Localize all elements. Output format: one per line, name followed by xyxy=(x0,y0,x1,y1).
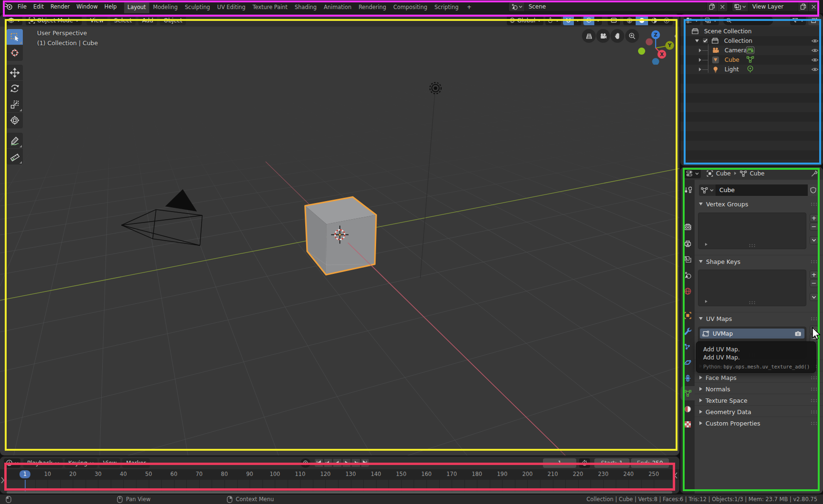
outliner-item-label[interactable]: Scene Collection xyxy=(704,28,752,35)
timeline-channel-area[interactable] xyxy=(0,479,679,494)
jump-to-prev-keyframe-button[interactable] xyxy=(324,458,333,467)
shape-keys-list[interactable] xyxy=(698,270,806,306)
properties-tab-scene[interactable] xyxy=(680,268,695,282)
properties-editor[interactable]: Cube Cube CubeVertex Groups+−Shape Keys+… xyxy=(680,167,823,494)
new-collection-button[interactable] xyxy=(808,16,820,25)
workspace-tab-layout[interactable]: Layout xyxy=(124,1,150,13)
shape-keys-specials-button[interactable] xyxy=(810,293,818,301)
mesh-name-input[interactable]: Cube xyxy=(716,184,808,196)
editor-type-button[interactable] xyxy=(6,16,22,25)
collection-checkbox[interactable] xyxy=(702,38,708,44)
expand-left-icon[interactable] xyxy=(0,475,5,485)
active-render-camera-icon[interactable] xyxy=(794,330,802,337)
outliner-item-collection[interactable]: Collection xyxy=(680,36,823,46)
properties-tab-tool[interactable] xyxy=(680,183,695,197)
timeline-menu-keying[interactable]: Keying xyxy=(65,458,97,468)
3d-viewport[interactable]: Object Mode ViewSelectAddObject Global xyxy=(0,14,679,456)
show-overlays-toggle[interactable] xyxy=(608,16,620,25)
tool-cursor-button[interactable] xyxy=(7,45,23,61)
jump-to-end-button[interactable] xyxy=(361,458,370,467)
workspace-tab-uv-editing[interactable]: UV Editing xyxy=(213,1,249,13)
properties-tab-physics[interactable] xyxy=(680,355,695,369)
section-header-normals[interactable]: Normals xyxy=(697,383,821,395)
properties-tab-particles[interactable] xyxy=(680,339,695,354)
disclosure-triangle-icon[interactable] xyxy=(695,39,699,42)
properties-editor-type-button[interactable] xyxy=(684,169,701,178)
workspace-tab-scripting[interactable]: Scripting xyxy=(431,1,462,13)
view-layer-delete-button[interactable] xyxy=(808,2,819,11)
properties-tab-object[interactable] xyxy=(680,308,695,322)
scene-name[interactable]: Scene xyxy=(525,3,550,10)
tool-select-box-button[interactable] xyxy=(7,29,23,45)
visibility-eye-icon[interactable] xyxy=(811,47,818,53)
transform-orientation-selector[interactable]: Global xyxy=(507,16,543,25)
section-header-uv-maps[interactable]: UV Maps xyxy=(697,313,821,324)
view-layer-name[interactable]: View Layer xyxy=(748,3,787,10)
timeline[interactable]: PlaybackKeyingViewMarker 1 Start:1 End:2… xyxy=(0,456,679,494)
end-frame-field[interactable]: End:250 xyxy=(631,458,669,468)
list-filter-toggle[interactable] xyxy=(705,300,707,303)
section-header-custom-properties[interactable]: Custom Properties xyxy=(697,417,821,429)
current-frame-field[interactable]: 1 xyxy=(543,458,576,468)
menu-help[interactable]: Help xyxy=(101,0,120,13)
uv-map-item[interactable]: UVMap xyxy=(700,329,804,339)
section-header-texture-space[interactable]: Texture Space xyxy=(697,395,821,406)
jump-to-next-keyframe-button[interactable] xyxy=(351,458,360,467)
timeline-scrollbar[interactable] xyxy=(7,491,672,494)
viewport-menu-view[interactable]: View xyxy=(87,16,107,25)
outliner-item-cube[interactable]: Cube xyxy=(680,55,823,65)
use-preview-range-toggle[interactable] xyxy=(579,458,590,468)
sidebar-collapse-icon[interactable] xyxy=(674,31,678,41)
properties-tab-output[interactable] xyxy=(680,236,695,251)
pan-view-button[interactable] xyxy=(610,29,624,43)
properties-tab-data[interactable] xyxy=(680,386,695,400)
timeline-menu-playback[interactable]: Playback xyxy=(23,458,63,468)
toggle-grid-button[interactable] xyxy=(582,29,596,43)
outliner-item-label[interactable]: Light xyxy=(725,66,739,73)
properties-tab-texture[interactable] xyxy=(680,417,695,431)
disclosure-triangle-icon[interactable] xyxy=(699,58,701,62)
scene-copy-button[interactable] xyxy=(707,2,717,11)
mesh-id-browse-button[interactable] xyxy=(699,184,716,196)
breadcrumb-data-label[interactable]: Cube xyxy=(750,170,765,177)
shading-wireframe-button[interactable] xyxy=(623,16,636,25)
play-button[interactable] xyxy=(342,458,351,467)
outliner-editor-type-button[interactable] xyxy=(684,16,700,25)
shading-material-button[interactable] xyxy=(648,16,660,25)
timeline-menu-marker[interactable]: Marker xyxy=(122,458,149,468)
outliner-item-label[interactable]: Collection xyxy=(724,38,752,44)
vertex-groups-add-button[interactable]: + xyxy=(810,214,818,222)
scene-delete-button[interactable] xyxy=(717,2,727,11)
shape-keys-remove-button[interactable]: − xyxy=(810,279,818,287)
tool-measure-button[interactable] xyxy=(7,149,23,165)
outliner-item-label[interactable]: Cube xyxy=(725,57,739,63)
view-layer-copy-button[interactable] xyxy=(798,2,808,11)
mode-selector[interactable]: Object Mode xyxy=(26,16,82,25)
snap-options-button[interactable] xyxy=(574,16,581,25)
properties-tab-render[interactable] xyxy=(680,220,695,234)
workspace-tab-shading[interactable]: Shading xyxy=(291,1,320,13)
tool-transform-button[interactable] xyxy=(7,113,23,128)
menu-edit[interactable]: Edit xyxy=(30,0,47,13)
scene-browse-button[interactable] xyxy=(509,2,525,11)
outliner-item-scene-collection[interactable]: Scene Collection xyxy=(680,27,823,36)
properties-tab-view-layer[interactable] xyxy=(680,252,695,266)
pin-icon[interactable] xyxy=(811,170,818,177)
menu-window[interactable]: Window xyxy=(73,0,101,13)
visibility-eye-icon[interactable] xyxy=(811,38,818,44)
vertex-groups-list[interactable] xyxy=(698,213,806,249)
menu-file[interactable]: File xyxy=(14,0,30,13)
properties-tab-world[interactable] xyxy=(680,284,695,298)
timeline-ruler[interactable]: 1020304050607080901001101201301401501601… xyxy=(0,469,679,479)
menu-render[interactable]: Render xyxy=(47,0,73,13)
tool-rotate-button[interactable] xyxy=(7,81,23,97)
section-header-vertex-groups[interactable]: Vertex Groups xyxy=(697,198,821,210)
view-layer-selector[interactable]: View Layer xyxy=(732,2,819,12)
proportional-editing-toggle[interactable] xyxy=(583,16,594,25)
viewport-menu-add[interactable]: Add xyxy=(138,16,157,25)
fake-user-shield-button[interactable] xyxy=(808,184,818,196)
auto-keying-toggle[interactable] xyxy=(300,458,310,468)
outliner-search-input[interactable] xyxy=(723,16,773,25)
section-header-face-maps[interactable]: Face Maps xyxy=(697,372,821,383)
visibility-eye-icon[interactable] xyxy=(811,66,818,72)
